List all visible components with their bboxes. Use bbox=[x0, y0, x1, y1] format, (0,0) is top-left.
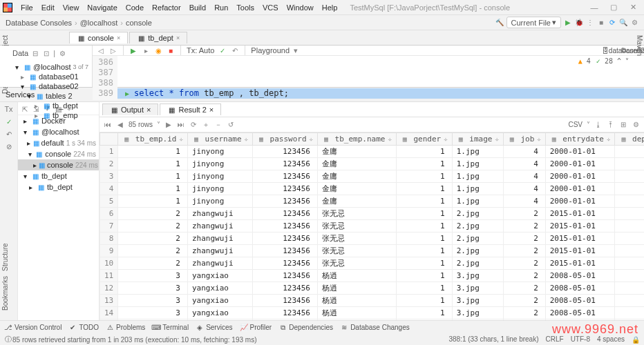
minimize-button[interactable]: — bbox=[586, 1, 603, 14]
next-page-icon[interactable]: ▶ bbox=[164, 121, 173, 129]
tool-dependencies[interactable]: ⧉Dependencies bbox=[278, 324, 333, 332]
structure-tool-button[interactable]: Structure bbox=[0, 241, 10, 273]
col-tb_emp-id[interactable]: ▦ tb_emp.id÷ bbox=[118, 133, 188, 146]
table-row[interactable]: 102zhangwuji123456张无忌12.jpg22015-01-0122… bbox=[100, 257, 645, 270]
stop-icon[interactable]: ■ bbox=[167, 46, 175, 55]
import-icon[interactable]: ⭱ bbox=[607, 121, 615, 129]
result-tab-Result-2[interactable]: ▦Result 2× bbox=[160, 103, 221, 115]
tool-profiler[interactable]: 📈Profiler bbox=[240, 324, 272, 332]
settings-icon[interactable]: ⚙ bbox=[630, 19, 638, 27]
view-settings-icon[interactable]: ⚙ bbox=[632, 121, 640, 129]
tool-problems[interactable]: ⚠Problems bbox=[106, 324, 145, 332]
execute-plan-icon[interactable]: ▸ bbox=[142, 46, 150, 55]
col-tb_emp-name[interactable]: ▦ tb_emp.name÷ bbox=[317, 133, 396, 146]
run-button[interactable]: ▶ bbox=[564, 19, 572, 27]
menu-vcs[interactable]: VCS bbox=[258, 2, 283, 13]
table-row[interactable]: 31jinyong123456金庸11.jpg42000-01-0122024-… bbox=[100, 170, 645, 183]
stop-icon[interactable]: ■ bbox=[597, 19, 605, 27]
menu-edit[interactable]: Edit bbox=[37, 2, 59, 13]
result-grid[interactable]: ▦ tb_emp.id÷▦ username÷▦ password÷▦ tb_e… bbox=[100, 132, 644, 339]
search-everywhere-icon[interactable]: 🔍 bbox=[619, 19, 627, 27]
warnings-badge[interactable]: ▲ 4 bbox=[578, 57, 591, 65]
service-node-tb_dept[interactable]: ▾▦tb_dept bbox=[18, 170, 99, 181]
table-row[interactable]: 113yangxiao123456杨逍13.jpg22008-05-012202… bbox=[100, 270, 645, 282]
caret-position[interactable]: 388:1 (33 chars, 1 line break) bbox=[448, 335, 538, 344]
editor-area[interactable]: ▶select * from tb_emp , tb_dept; bbox=[117, 56, 644, 100]
remove-row-icon[interactable]: － bbox=[214, 121, 222, 129]
tree-node-database01[interactable]: ▸▦database01 bbox=[12, 72, 89, 81]
menu-code[interactable]: Code bbox=[122, 2, 148, 13]
tab-console[interactable]: ▦console× bbox=[69, 32, 128, 43]
col-image[interactable]: ▦ image÷ bbox=[452, 133, 503, 146]
export-format-selector[interactable]: CSV bbox=[568, 121, 583, 129]
table-row[interactable]: 92zhangwuji123456张无忌12.jpg22015-01-01220… bbox=[100, 245, 645, 257]
hammer-icon[interactable]: 🔨 bbox=[495, 19, 504, 27]
weak-warnings-badge[interactable]: ✓ 28 ^ ˅ bbox=[596, 57, 629, 65]
table-row[interactable]: 62zhangwuji123456张无忌12.jpg22015-01-01220… bbox=[100, 208, 645, 220]
tab-tb_dept[interactable]: ▦tb_dept× bbox=[129, 32, 187, 43]
tool-database-changes[interactable]: ≋Database Changes bbox=[340, 324, 410, 332]
commit-icon[interactable]: ✓ bbox=[218, 46, 227, 55]
bookmarks-tool-button[interactable]: Bookmarks bbox=[0, 276, 10, 310]
service-node-tb_dept[interactable]: ▸▦tb_dept bbox=[18, 181, 99, 193]
menu-tools[interactable]: Tools bbox=[232, 2, 258, 13]
table-row[interactable]: 133yangxiao123456杨逍13.jpg22008-05-012202… bbox=[100, 295, 645, 307]
service-node-console[interactable]: ▸▦console 224 ms bbox=[18, 159, 99, 170]
tx-mode-selector[interactable]: Tx: Auto bbox=[187, 46, 214, 55]
table-row[interactable]: 143yangxiao123456杨逍13.jpg22008-05-012202… bbox=[100, 307, 645, 319]
tool-todo[interactable]: ✔TODO bbox=[68, 324, 99, 332]
last-page-icon[interactable]: ⏭ bbox=[177, 121, 185, 129]
breadcrumb-item[interactable]: @localhost bbox=[80, 19, 118, 27]
debug-button[interactable]: 🐞 bbox=[575, 19, 583, 27]
explain-icon[interactable]: ◉ bbox=[154, 46, 162, 55]
nav-back-icon[interactable]: ◁ bbox=[97, 46, 105, 55]
update-icon[interactable]: ⟳ bbox=[608, 19, 616, 27]
table-row[interactable]: 21jinyong123456金庸11.jpg42000-01-0122024-… bbox=[100, 158, 645, 170]
nav-fwd-icon[interactable]: ▷ bbox=[109, 46, 117, 55]
more-run-icon[interactable]: ⋮ bbox=[586, 19, 594, 27]
pivot-icon[interactable]: ⊞ bbox=[619, 121, 627, 129]
add-row-icon[interactable]: ＋ bbox=[202, 121, 210, 129]
service-node-console[interactable]: ▾▦console 224 ms bbox=[18, 148, 99, 159]
service-node-default[interactable]: ▸▦default 1 s 34 ms bbox=[18, 137, 99, 148]
cancel-icon[interactable]: ⊘ bbox=[5, 142, 13, 150]
export-icon[interactable]: ⭳ bbox=[594, 121, 603, 129]
table-row[interactable]: 72zhangwuji123456张无忌12.jpg22015-01-01220… bbox=[100, 220, 645, 233]
tool-version-control[interactable]: ⎇Version Control bbox=[4, 324, 61, 332]
tree-node-tb_emp[interactable]: ▸▦tb_emp bbox=[12, 110, 89, 120]
menu-navigate[interactable]: Navigate bbox=[83, 2, 121, 13]
breadcrumb-leaf[interactable]: console bbox=[126, 19, 152, 27]
reload-icon[interactable]: ⟳ bbox=[189, 121, 198, 129]
table-row[interactable]: 123yangxiao123456杨逍13.jpg22008-05-012202… bbox=[100, 282, 645, 295]
menu-build[interactable]: Build bbox=[185, 2, 210, 13]
settings-icon[interactable]: ⚙ bbox=[58, 49, 66, 57]
rows-count-selector[interactable]: 85 rows bbox=[129, 121, 153, 128]
menu-help[interactable]: Help bbox=[318, 2, 342, 13]
service-node-@localhost[interactable]: ▾▦@localhost bbox=[18, 126, 99, 137]
table-row[interactable]: 51jinyong123456金庸11.jpg42000-01-0122024-… bbox=[100, 195, 645, 208]
menu-run[interactable]: Run bbox=[210, 2, 232, 13]
col-dept_id[interactable]: ▦ dept_id÷ bbox=[615, 133, 644, 146]
prev-page-icon[interactable]: ◀ bbox=[116, 121, 124, 129]
close-icon[interactable]: × bbox=[176, 34, 180, 41]
tool-services[interactable]: ◈Services bbox=[196, 324, 232, 332]
col-password[interactable]: ▦ password÷ bbox=[252, 133, 317, 146]
first-page-icon[interactable]: ⏮ bbox=[104, 121, 112, 129]
revert-icon[interactable]: ↺ bbox=[227, 121, 235, 129]
maven-tool-button[interactable]: Maven bbox=[634, 32, 644, 59]
playground-selector[interactable]: Playground bbox=[251, 46, 290, 55]
table-row[interactable]: 11jinyong123456金庸11.jpg42000-01-0122024-… bbox=[100, 146, 645, 158]
result-tab-Output[interactable]: ▦Output× bbox=[102, 103, 158, 115]
menu-view[interactable]: View bbox=[59, 2, 84, 13]
table-row[interactable]: 41jinyong123456金庸11.jpg42000-01-0122024-… bbox=[100, 183, 645, 195]
rollback-icon[interactable]: ↶ bbox=[5, 130, 13, 138]
tree-node-tables-2[interactable]: ▾▦tables 2 bbox=[12, 91, 89, 101]
execute-button[interactable]: ▶ bbox=[129, 46, 138, 55]
col-gender[interactable]: ▦ gender÷ bbox=[396, 133, 452, 146]
tree-node-database02[interactable]: ▾▦database02 bbox=[12, 81, 89, 91]
col-username[interactable]: ▦ username÷ bbox=[187, 133, 252, 146]
collapse-icon[interactable]: ⊟ bbox=[31, 49, 39, 57]
close-icon[interactable]: × bbox=[117, 34, 120, 41]
maximize-button[interactable]: ▢ bbox=[605, 1, 622, 14]
col-entrydate[interactable]: ▦ entrydate÷ bbox=[545, 133, 615, 146]
